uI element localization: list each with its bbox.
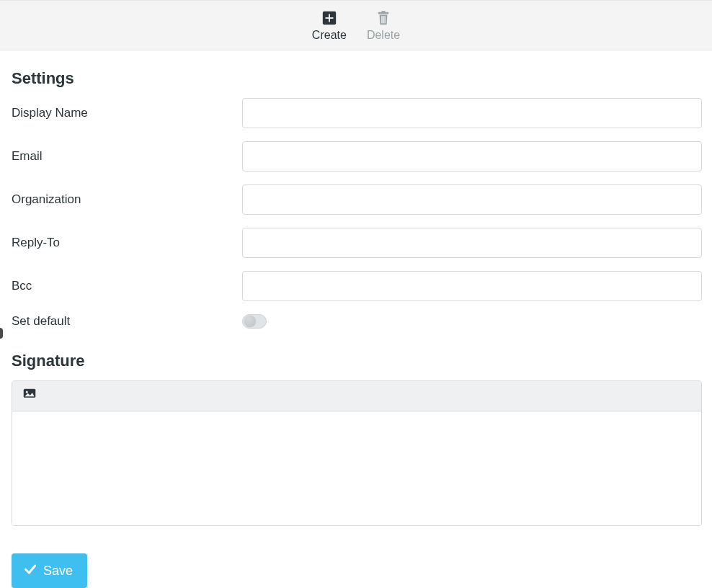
signature-editor xyxy=(12,380,702,526)
delete-button: Delete xyxy=(367,9,400,41)
save-button[interactable]: Save xyxy=(12,553,87,588)
reply-to-input[interactable] xyxy=(242,228,702,258)
trash-icon xyxy=(375,9,392,27)
svg-rect-5 xyxy=(381,16,382,23)
svg-rect-2 xyxy=(325,17,333,19)
check-icon xyxy=(23,562,37,580)
row-organization: Organization xyxy=(12,184,702,215)
row-display-name: Display Name xyxy=(12,98,702,128)
label-organization: Organization xyxy=(12,192,242,207)
svg-point-9 xyxy=(26,391,28,393)
set-default-toggle[interactable] xyxy=(242,314,267,329)
toggle-knob xyxy=(244,316,256,327)
svg-rect-6 xyxy=(383,16,383,23)
svg-rect-3 xyxy=(378,12,389,14)
create-label: Create xyxy=(312,30,347,41)
bcc-input[interactable] xyxy=(242,271,702,301)
row-set-default: Set default xyxy=(12,314,702,329)
label-set-default: Set default xyxy=(12,314,242,329)
signature-body[interactable] xyxy=(12,411,701,525)
toolbar: Create Delete xyxy=(0,0,712,50)
actions: Save xyxy=(12,553,702,588)
row-reply-to: Reply-To xyxy=(12,228,702,258)
save-label: Save xyxy=(43,564,73,579)
display-name-input[interactable] xyxy=(242,98,702,128)
settings-title: Settings xyxy=(12,69,702,88)
row-email: Email xyxy=(12,141,702,172)
organization-input[interactable] xyxy=(242,184,702,215)
decorative-edge xyxy=(0,328,3,339)
label-reply-to: Reply-To xyxy=(12,236,242,250)
delete-label: Delete xyxy=(367,30,400,41)
svg-rect-7 xyxy=(384,16,385,23)
signature-title: Signature xyxy=(12,352,702,370)
svg-rect-4 xyxy=(381,11,386,12)
label-email: Email xyxy=(12,149,242,164)
email-input[interactable] xyxy=(242,141,702,172)
label-display-name: Display Name xyxy=(12,106,242,120)
create-button[interactable]: Create xyxy=(312,9,347,41)
label-bcc: Bcc xyxy=(12,279,242,293)
row-bcc: Bcc xyxy=(12,271,702,301)
insert-image-button[interactable] xyxy=(19,386,40,406)
plus-square-icon xyxy=(321,9,338,27)
image-icon xyxy=(22,388,37,404)
editor-toolbar xyxy=(12,381,701,411)
signature-section: Signature xyxy=(12,352,702,526)
content-area: Settings Display Name Email Organization… xyxy=(0,50,712,588)
